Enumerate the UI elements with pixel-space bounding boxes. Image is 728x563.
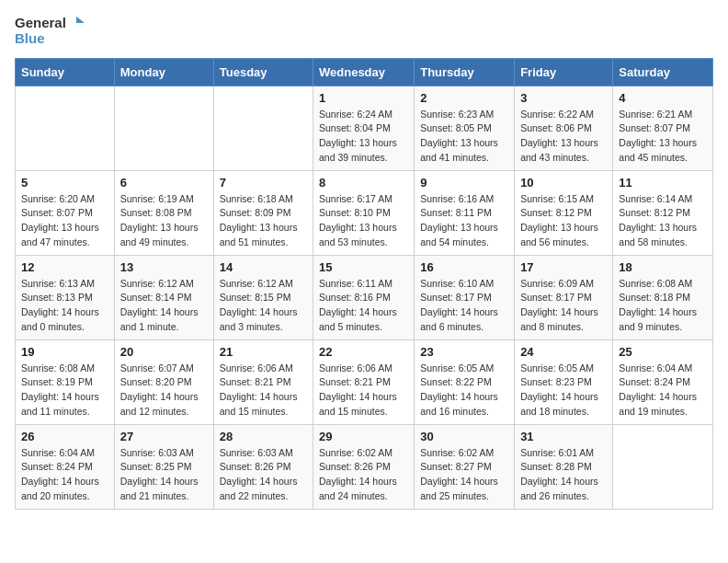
weekday-header-monday: Monday	[114, 58, 213, 86]
day-number: 14	[220, 260, 307, 274]
calendar-table: SundayMondayTuesdayWednesdayThursdayFrid…	[15, 58, 713, 510]
day-info: Sunrise: 6:04 AM Sunset: 8:24 PM Dayligh…	[21, 446, 108, 504]
day-info: Sunrise: 6:20 AM Sunset: 8:07 PM Dayligh…	[21, 192, 108, 250]
calendar-body: 1Sunrise: 6:24 AM Sunset: 8:04 PM Daylig…	[16, 86, 713, 509]
day-info: Sunrise: 6:19 AM Sunset: 8:08 PM Dayligh…	[120, 192, 208, 250]
day-number: 8	[319, 176, 408, 190]
calendar-day-10: 10Sunrise: 6:15 AM Sunset: 8:12 PM Dayli…	[515, 170, 613, 255]
day-info: Sunrise: 6:09 AM Sunset: 8:17 PM Dayligh…	[520, 277, 607, 335]
calendar-day-12: 12Sunrise: 6:13 AM Sunset: 8:13 PM Dayli…	[16, 255, 115, 339]
day-number: 23	[420, 345, 508, 359]
day-info: Sunrise: 6:03 AM Sunset: 8:25 PM Dayligh…	[120, 446, 208, 504]
calendar-day-23: 23Sunrise: 6:05 AM Sunset: 8:22 PM Dayli…	[415, 339, 515, 424]
day-info: Sunrise: 6:18 AM Sunset: 8:09 PM Dayligh…	[220, 192, 307, 250]
empty-cell	[213, 86, 313, 170]
day-info: Sunrise: 6:17 AM Sunset: 8:10 PM Dayligh…	[319, 192, 408, 250]
day-info: Sunrise: 6:05 AM Sunset: 8:22 PM Dayligh…	[420, 362, 508, 419]
calendar-day-11: 11Sunrise: 6:14 AM Sunset: 8:12 PM Dayli…	[613, 170, 713, 255]
empty-cell	[114, 86, 213, 170]
calendar-day-17: 17Sunrise: 6:09 AM Sunset: 8:17 PM Dayli…	[515, 255, 613, 339]
weekday-header-friday: Friday	[515, 58, 613, 86]
day-number: 18	[619, 260, 707, 274]
day-number: 6	[120, 176, 208, 190]
empty-cell	[613, 424, 713, 509]
calendar-day-18: 18Sunrise: 6:08 AM Sunset: 8:18 PM Dayli…	[613, 255, 713, 339]
day-number: 13	[120, 260, 208, 274]
day-info: Sunrise: 6:22 AM Sunset: 8:06 PM Dayligh…	[520, 108, 607, 166]
day-info: Sunrise: 6:03 AM Sunset: 8:26 PM Dayligh…	[220, 446, 307, 504]
day-info: Sunrise: 6:04 AM Sunset: 8:24 PM Dayligh…	[619, 362, 707, 419]
day-info: Sunrise: 6:05 AM Sunset: 8:23 PM Dayligh…	[520, 362, 607, 419]
day-number: 7	[220, 176, 307, 190]
calendar-day-6: 6Sunrise: 6:19 AM Sunset: 8:08 PM Daylig…	[114, 170, 213, 255]
calendar-day-14: 14Sunrise: 6:12 AM Sunset: 8:15 PM Dayli…	[213, 255, 313, 339]
day-info: Sunrise: 6:14 AM Sunset: 8:12 PM Dayligh…	[619, 192, 707, 250]
day-info: Sunrise: 6:10 AM Sunset: 8:17 PM Dayligh…	[420, 277, 508, 335]
day-number: 10	[520, 176, 607, 190]
day-info: Sunrise: 6:01 AM Sunset: 8:28 PM Dayligh…	[520, 446, 607, 504]
calendar-week-5: 26Sunrise: 6:04 AM Sunset: 8:24 PM Dayli…	[16, 424, 713, 509]
day-info: Sunrise: 6:07 AM Sunset: 8:20 PM Dayligh…	[120, 362, 208, 419]
day-number: 19	[21, 345, 108, 359]
day-number: 5	[21, 176, 108, 190]
logo-blue: Blue	[15, 31, 85, 47]
day-info: Sunrise: 6:24 AM Sunset: 8:04 PM Dayligh…	[319, 108, 408, 166]
calendar-day-20: 20Sunrise: 6:07 AM Sunset: 8:20 PM Dayli…	[114, 339, 213, 424]
day-number: 26	[21, 430, 108, 443]
day-info: Sunrise: 6:12 AM Sunset: 8:15 PM Dayligh…	[220, 277, 307, 335]
day-number: 15	[319, 260, 408, 274]
day-number: 29	[319, 430, 408, 443]
day-number: 3	[520, 91, 607, 105]
calendar-day-8: 8Sunrise: 6:17 AM Sunset: 8:10 PM Daylig…	[313, 170, 415, 255]
day-info: Sunrise: 6:06 AM Sunset: 8:21 PM Dayligh…	[319, 362, 408, 419]
day-info: Sunrise: 6:21 AM Sunset: 8:07 PM Dayligh…	[619, 108, 707, 166]
calendar-day-13: 13Sunrise: 6:12 AM Sunset: 8:14 PM Dayli…	[114, 255, 213, 339]
day-number: 20	[120, 345, 208, 359]
logo-general: General	[15, 16, 66, 31]
calendar-week-2: 5Sunrise: 6:20 AM Sunset: 8:07 PM Daylig…	[16, 170, 713, 255]
calendar-day-7: 7Sunrise: 6:18 AM Sunset: 8:09 PM Daylig…	[213, 170, 313, 255]
weekday-header-saturday: Saturday	[613, 58, 713, 86]
day-number: 28	[220, 430, 307, 443]
weekday-header-thursday: Thursday	[415, 58, 515, 86]
calendar-day-25: 25Sunrise: 6:04 AM Sunset: 8:24 PM Dayli…	[613, 339, 713, 424]
day-number: 24	[520, 345, 607, 359]
calendar-day-15: 15Sunrise: 6:11 AM Sunset: 8:16 PM Dayli…	[313, 255, 415, 339]
calendar-header: SundayMondayTuesdayWednesdayThursdayFrid…	[16, 58, 713, 86]
calendar-day-27: 27Sunrise: 6:03 AM Sunset: 8:25 PM Dayli…	[114, 424, 213, 509]
calendar-day-28: 28Sunrise: 6:03 AM Sunset: 8:26 PM Dayli…	[213, 424, 313, 509]
logo-text: General Blue	[15, 15, 85, 47]
day-info: Sunrise: 6:23 AM Sunset: 8:05 PM Dayligh…	[420, 108, 508, 166]
calendar-week-1: 1Sunrise: 6:24 AM Sunset: 8:04 PM Daylig…	[16, 86, 713, 170]
day-info: Sunrise: 6:08 AM Sunset: 8:19 PM Dayligh…	[21, 362, 108, 419]
day-number: 9	[420, 176, 508, 190]
calendar-day-19: 19Sunrise: 6:08 AM Sunset: 8:19 PM Dayli…	[16, 339, 115, 424]
day-number: 31	[520, 430, 607, 443]
day-info: Sunrise: 6:16 AM Sunset: 8:11 PM Dayligh…	[420, 192, 508, 250]
day-info: Sunrise: 6:02 AM Sunset: 8:26 PM Dayligh…	[319, 446, 408, 504]
day-info: Sunrise: 6:08 AM Sunset: 8:18 PM Dayligh…	[619, 277, 707, 335]
logo: General Blue	[15, 15, 85, 47]
day-number: 17	[520, 260, 607, 274]
calendar-day-21: 21Sunrise: 6:06 AM Sunset: 8:21 PM Dayli…	[213, 339, 313, 424]
day-number: 30	[420, 430, 508, 443]
weekday-header-wednesday: Wednesday	[313, 58, 415, 86]
day-number: 12	[21, 260, 108, 274]
calendar-day-31: 31Sunrise: 6:01 AM Sunset: 8:28 PM Dayli…	[515, 424, 613, 509]
day-number: 1	[319, 91, 408, 105]
calendar-day-5: 5Sunrise: 6:20 AM Sunset: 8:07 PM Daylig…	[16, 170, 115, 255]
day-number: 21	[220, 345, 307, 359]
day-number: 16	[420, 260, 508, 274]
calendar-day-4: 4Sunrise: 6:21 AM Sunset: 8:07 PM Daylig…	[613, 86, 713, 170]
calendar-day-16: 16Sunrise: 6:10 AM Sunset: 8:17 PM Dayli…	[415, 255, 515, 339]
logo-bird-icon	[68, 15, 85, 31]
day-info: Sunrise: 6:15 AM Sunset: 8:12 PM Dayligh…	[520, 192, 607, 250]
calendar-day-30: 30Sunrise: 6:02 AM Sunset: 8:27 PM Dayli…	[415, 424, 515, 509]
day-number: 22	[319, 345, 408, 359]
day-number: 11	[619, 176, 707, 190]
day-number: 2	[420, 91, 508, 105]
calendar-day-2: 2Sunrise: 6:23 AM Sunset: 8:05 PM Daylig…	[415, 86, 515, 170]
calendar-day-29: 29Sunrise: 6:02 AM Sunset: 8:26 PM Dayli…	[313, 424, 415, 509]
day-number: 4	[619, 91, 707, 105]
calendar-day-3: 3Sunrise: 6:22 AM Sunset: 8:06 PM Daylig…	[515, 86, 613, 170]
